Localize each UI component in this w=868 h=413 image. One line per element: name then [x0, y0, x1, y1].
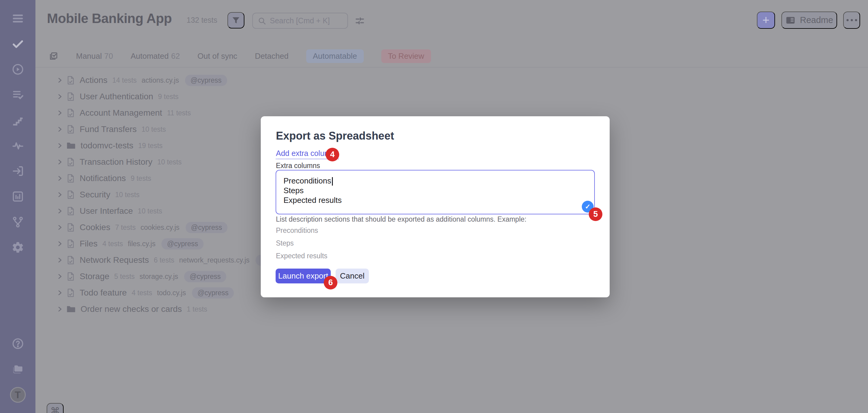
suite-tag[interactable]: @cypress	[184, 271, 226, 282]
folder-icon	[67, 305, 76, 313]
import-icon[interactable]	[10, 163, 26, 179]
folder-icon	[67, 142, 76, 150]
extra-columns-label: Extra columns	[276, 162, 320, 170]
suite-test-count: 6 tests	[154, 256, 175, 264]
file-check-icon	[67, 125, 75, 134]
chevron-right-icon[interactable]	[56, 175, 63, 182]
suite-name[interactable]: Actions	[80, 75, 107, 85]
suite-name[interactable]: User Interface	[80, 206, 133, 216]
help-icon[interactable]	[10, 336, 26, 351]
chevron-right-icon[interactable]	[56, 289, 63, 296]
tab-to-review[interactable]: To Review	[381, 50, 431, 63]
suite-test-count: 10 tests	[115, 191, 140, 199]
suite-file: network_requests.cy.js	[179, 256, 250, 264]
chevron-right-icon[interactable]	[56, 257, 63, 263]
chevron-right-icon[interactable]	[56, 142, 63, 149]
chevron-right-icon[interactable]	[56, 77, 63, 84]
avatar[interactable]: T	[10, 387, 26, 403]
suite-test-count: 5 tests	[114, 273, 135, 281]
launch-export-button[interactable]: Launch export	[276, 268, 331, 283]
search-input[interactable]	[270, 17, 343, 25]
readme-button[interactable]: Readme	[781, 11, 837, 29]
search-box[interactable]	[252, 13, 348, 29]
suite-name[interactable]: Transaction History	[80, 157, 152, 167]
menu-icon[interactable]	[10, 11, 26, 26]
textarea-line: Expected results	[283, 195, 587, 205]
file-check-icon	[67, 174, 75, 183]
command-icon: ⌘	[50, 406, 60, 413]
textarea-line: Steps	[283, 186, 587, 195]
annotation-badge-4: 4	[326, 148, 339, 161]
more-options-button[interactable]	[843, 11, 860, 29]
bulk-check-icon[interactable]	[49, 52, 58, 61]
chevron-right-icon[interactable]	[56, 93, 63, 100]
plus-icon: +	[762, 13, 769, 27]
plans-checklist-icon[interactable]	[10, 87, 26, 102]
suite-test-count: 1 tests	[187, 305, 208, 313]
suite-name[interactable]: Order new checks or cards	[81, 304, 182, 314]
steps-stairs-icon[interactable]	[10, 113, 26, 128]
tab-detached[interactable]: Detached	[255, 52, 288, 61]
suite-name[interactable]: Fund Transfers	[80, 124, 136, 134]
tab-out-of-sync[interactable]: Out of sync	[197, 52, 238, 61]
list-item[interactable]: Order new checks or cards 1 tests	[56, 301, 480, 317]
settings-gear-icon[interactable]	[10, 240, 26, 255]
suite-name[interactable]: User Authentication	[80, 92, 153, 101]
analytics-chart-icon[interactable]	[10, 189, 26, 204]
projects-folders-icon[interactable]	[10, 361, 26, 377]
sidebar: T	[0, 0, 35, 413]
suite-name[interactable]: Todo feature	[80, 288, 127, 298]
textarea-hint: List description sections that should be…	[276, 215, 526, 223]
tests-check-icon[interactable]	[10, 36, 26, 52]
suite-tag[interactable]: @cypress	[192, 287, 234, 298]
file-check-icon	[67, 256, 75, 265]
filter-settings-sliders-icon[interactable]	[353, 14, 367, 27]
command-shortcut-button[interactable]: ⌘	[46, 403, 64, 413]
chevron-right-icon[interactable]	[56, 224, 63, 231]
add-suite-button[interactable]: +	[757, 11, 775, 29]
chevron-right-icon[interactable]	[56, 241, 63, 247]
tab-automated[interactable]: Automated62	[130, 52, 180, 61]
suite-test-count: 10 tests	[138, 207, 162, 215]
suite-name[interactable]: Security	[80, 190, 110, 199]
export-spreadsheet-modal: Export as Spreadsheet Add extra columns …	[261, 116, 610, 297]
example-lines: Preconditions Steps Expected results	[276, 226, 328, 264]
suite-test-count: 10 tests	[157, 158, 182, 166]
cancel-button[interactable]: Cancel	[336, 268, 369, 283]
chevron-right-icon[interactable]	[56, 126, 63, 133]
suite-test-count: 19 tests	[138, 142, 163, 150]
extra-columns-textarea[interactable]: Preconditions Steps Expected results	[276, 170, 595, 214]
tab-automatable[interactable]: Automatable	[306, 50, 364, 63]
suite-name[interactable]: Network Requests	[80, 255, 149, 265]
tab-manual[interactable]: Manual70	[76, 52, 113, 61]
suite-test-count: 11 tests	[167, 109, 191, 117]
suite-name[interactable]: Storage	[80, 272, 109, 281]
tabs-bar: Manual70 Automated62 Out of sync Detache…	[35, 45, 868, 67]
chevron-right-icon[interactable]	[56, 159, 63, 165]
chevron-right-icon[interactable]	[56, 109, 63, 116]
funnel-icon	[231, 16, 241, 25]
suite-name[interactable]: Account Management	[80, 108, 162, 118]
chevron-right-icon[interactable]	[56, 306, 63, 313]
textarea-line: Preconditions	[283, 176, 331, 185]
list-item[interactable]: Actions 14 tests actions.cy.js @cypress	[56, 72, 480, 88]
suite-test-count: 4 tests	[102, 240, 123, 248]
suite-test-count: 4 tests	[132, 289, 152, 297]
suite-name[interactable]: todomvc-tests	[81, 141, 133, 151]
pulse-icon[interactable]	[10, 138, 26, 153]
suite-name[interactable]: Cookies	[80, 223, 110, 232]
list-item[interactable]: User Authentication 9 tests	[56, 88, 480, 105]
runs-play-icon[interactable]	[10, 62, 26, 77]
chevron-right-icon[interactable]	[56, 273, 63, 280]
suite-tag[interactable]: @cypress	[185, 75, 227, 86]
file-check-icon	[67, 206, 75, 216]
file-check-icon	[67, 272, 75, 281]
chevron-right-icon[interactable]	[56, 191, 63, 198]
suite-name[interactable]: Notifications	[80, 173, 126, 183]
git-branch-icon[interactable]	[10, 214, 26, 229]
suite-tag[interactable]: @cypress	[186, 222, 228, 233]
suite-tag[interactable]: @cypress	[161, 238, 204, 250]
chevron-right-icon[interactable]	[56, 208, 63, 214]
suite-name[interactable]: Files	[80, 239, 97, 249]
filter-button[interactable]	[227, 12, 244, 28]
